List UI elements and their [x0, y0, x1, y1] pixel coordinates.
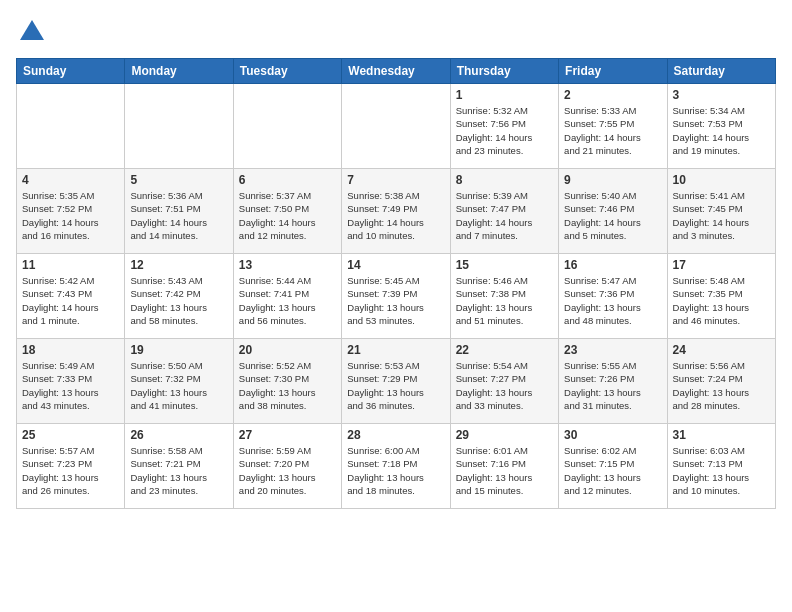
- day-info: Sunrise: 6:00 AM Sunset: 7:18 PM Dayligh…: [347, 444, 444, 497]
- day-number: 7: [347, 173, 444, 187]
- calendar-cell: 11Sunrise: 5:42 AM Sunset: 7:43 PM Dayli…: [17, 254, 125, 339]
- calendar-week-row: 11Sunrise: 5:42 AM Sunset: 7:43 PM Dayli…: [17, 254, 776, 339]
- day-info: Sunrise: 5:35 AM Sunset: 7:52 PM Dayligh…: [22, 189, 119, 242]
- calendar-cell: 7Sunrise: 5:38 AM Sunset: 7:49 PM Daylig…: [342, 169, 450, 254]
- calendar-cell: 13Sunrise: 5:44 AM Sunset: 7:41 PM Dayli…: [233, 254, 341, 339]
- calendar-week-row: 1Sunrise: 5:32 AM Sunset: 7:56 PM Daylig…: [17, 84, 776, 169]
- calendar-cell: 29Sunrise: 6:01 AM Sunset: 7:16 PM Dayli…: [450, 424, 558, 509]
- day-info: Sunrise: 5:41 AM Sunset: 7:45 PM Dayligh…: [673, 189, 770, 242]
- day-number: 29: [456, 428, 553, 442]
- calendar-cell: 1Sunrise: 5:32 AM Sunset: 7:56 PM Daylig…: [450, 84, 558, 169]
- weekday-header-cell: Wednesday: [342, 59, 450, 84]
- day-number: 9: [564, 173, 661, 187]
- day-info: Sunrise: 5:52 AM Sunset: 7:30 PM Dayligh…: [239, 359, 336, 412]
- weekday-header-cell: Sunday: [17, 59, 125, 84]
- day-number: 27: [239, 428, 336, 442]
- day-number: 4: [22, 173, 119, 187]
- calendar-cell: [233, 84, 341, 169]
- day-number: 1: [456, 88, 553, 102]
- day-number: 24: [673, 343, 770, 357]
- day-info: Sunrise: 5:46 AM Sunset: 7:38 PM Dayligh…: [456, 274, 553, 327]
- day-info: Sunrise: 5:44 AM Sunset: 7:41 PM Dayligh…: [239, 274, 336, 327]
- calendar-cell: 5Sunrise: 5:36 AM Sunset: 7:51 PM Daylig…: [125, 169, 233, 254]
- day-number: 25: [22, 428, 119, 442]
- day-info: Sunrise: 5:45 AM Sunset: 7:39 PM Dayligh…: [347, 274, 444, 327]
- weekday-header-cell: Thursday: [450, 59, 558, 84]
- day-number: 31: [673, 428, 770, 442]
- calendar-cell: 18Sunrise: 5:49 AM Sunset: 7:33 PM Dayli…: [17, 339, 125, 424]
- day-number: 21: [347, 343, 444, 357]
- day-info: Sunrise: 5:40 AM Sunset: 7:46 PM Dayligh…: [564, 189, 661, 242]
- calendar-week-row: 25Sunrise: 5:57 AM Sunset: 7:23 PM Dayli…: [17, 424, 776, 509]
- weekday-header-cell: Friday: [559, 59, 667, 84]
- day-info: Sunrise: 6:02 AM Sunset: 7:15 PM Dayligh…: [564, 444, 661, 497]
- day-number: 19: [130, 343, 227, 357]
- day-info: Sunrise: 5:36 AM Sunset: 7:51 PM Dayligh…: [130, 189, 227, 242]
- day-number: 10: [673, 173, 770, 187]
- calendar-cell: 14Sunrise: 5:45 AM Sunset: 7:39 PM Dayli…: [342, 254, 450, 339]
- day-info: Sunrise: 6:01 AM Sunset: 7:16 PM Dayligh…: [456, 444, 553, 497]
- day-number: 20: [239, 343, 336, 357]
- calendar-cell: 10Sunrise: 5:41 AM Sunset: 7:45 PM Dayli…: [667, 169, 775, 254]
- svg-marker-0: [20, 20, 44, 40]
- weekday-header-cell: Monday: [125, 59, 233, 84]
- day-info: Sunrise: 5:38 AM Sunset: 7:49 PM Dayligh…: [347, 189, 444, 242]
- day-info: Sunrise: 5:57 AM Sunset: 7:23 PM Dayligh…: [22, 444, 119, 497]
- day-number: 8: [456, 173, 553, 187]
- calendar-cell: 25Sunrise: 5:57 AM Sunset: 7:23 PM Dayli…: [17, 424, 125, 509]
- day-info: Sunrise: 5:39 AM Sunset: 7:47 PM Dayligh…: [456, 189, 553, 242]
- day-number: 13: [239, 258, 336, 272]
- calendar-cell: 9Sunrise: 5:40 AM Sunset: 7:46 PM Daylig…: [559, 169, 667, 254]
- day-number: 16: [564, 258, 661, 272]
- calendar-cell: 21Sunrise: 5:53 AM Sunset: 7:29 PM Dayli…: [342, 339, 450, 424]
- calendar-cell: 28Sunrise: 6:00 AM Sunset: 7:18 PM Dayli…: [342, 424, 450, 509]
- day-number: 6: [239, 173, 336, 187]
- day-info: Sunrise: 5:50 AM Sunset: 7:32 PM Dayligh…: [130, 359, 227, 412]
- day-number: 15: [456, 258, 553, 272]
- day-number: 22: [456, 343, 553, 357]
- day-number: 14: [347, 258, 444, 272]
- calendar-cell: 6Sunrise: 5:37 AM Sunset: 7:50 PM Daylig…: [233, 169, 341, 254]
- calendar-cell: 19Sunrise: 5:50 AM Sunset: 7:32 PM Dayli…: [125, 339, 233, 424]
- day-info: Sunrise: 5:34 AM Sunset: 7:53 PM Dayligh…: [673, 104, 770, 157]
- calendar-cell: [17, 84, 125, 169]
- calendar-cell: 3Sunrise: 5:34 AM Sunset: 7:53 PM Daylig…: [667, 84, 775, 169]
- day-info: Sunrise: 5:58 AM Sunset: 7:21 PM Dayligh…: [130, 444, 227, 497]
- calendar-cell: 4Sunrise: 5:35 AM Sunset: 7:52 PM Daylig…: [17, 169, 125, 254]
- calendar-cell: 23Sunrise: 5:55 AM Sunset: 7:26 PM Dayli…: [559, 339, 667, 424]
- calendar-cell: 24Sunrise: 5:56 AM Sunset: 7:24 PM Dayli…: [667, 339, 775, 424]
- day-number: 18: [22, 343, 119, 357]
- day-info: Sunrise: 5:59 AM Sunset: 7:20 PM Dayligh…: [239, 444, 336, 497]
- day-info: Sunrise: 5:55 AM Sunset: 7:26 PM Dayligh…: [564, 359, 661, 412]
- logo-icon: [16, 16, 48, 48]
- calendar-cell: 16Sunrise: 5:47 AM Sunset: 7:36 PM Dayli…: [559, 254, 667, 339]
- weekday-header-cell: Saturday: [667, 59, 775, 84]
- calendar-cell: 31Sunrise: 6:03 AM Sunset: 7:13 PM Dayli…: [667, 424, 775, 509]
- calendar-cell: 26Sunrise: 5:58 AM Sunset: 7:21 PM Dayli…: [125, 424, 233, 509]
- day-info: Sunrise: 5:49 AM Sunset: 7:33 PM Dayligh…: [22, 359, 119, 412]
- calendar-cell: 30Sunrise: 6:02 AM Sunset: 7:15 PM Dayli…: [559, 424, 667, 509]
- calendar-cell: 22Sunrise: 5:54 AM Sunset: 7:27 PM Dayli…: [450, 339, 558, 424]
- calendar-cell: 8Sunrise: 5:39 AM Sunset: 7:47 PM Daylig…: [450, 169, 558, 254]
- day-info: Sunrise: 5:48 AM Sunset: 7:35 PM Dayligh…: [673, 274, 770, 327]
- calendar-week-row: 4Sunrise: 5:35 AM Sunset: 7:52 PM Daylig…: [17, 169, 776, 254]
- calendar: SundayMondayTuesdayWednesdayThursdayFrid…: [16, 58, 776, 509]
- calendar-week-row: 18Sunrise: 5:49 AM Sunset: 7:33 PM Dayli…: [17, 339, 776, 424]
- day-info: Sunrise: 5:53 AM Sunset: 7:29 PM Dayligh…: [347, 359, 444, 412]
- day-number: 3: [673, 88, 770, 102]
- day-info: Sunrise: 5:42 AM Sunset: 7:43 PM Dayligh…: [22, 274, 119, 327]
- calendar-cell: [342, 84, 450, 169]
- calendar-cell: 12Sunrise: 5:43 AM Sunset: 7:42 PM Dayli…: [125, 254, 233, 339]
- day-number: 28: [347, 428, 444, 442]
- day-info: Sunrise: 5:47 AM Sunset: 7:36 PM Dayligh…: [564, 274, 661, 327]
- day-number: 5: [130, 173, 227, 187]
- day-info: Sunrise: 5:33 AM Sunset: 7:55 PM Dayligh…: [564, 104, 661, 157]
- day-number: 11: [22, 258, 119, 272]
- calendar-cell: 27Sunrise: 5:59 AM Sunset: 7:20 PM Dayli…: [233, 424, 341, 509]
- calendar-cell: 17Sunrise: 5:48 AM Sunset: 7:35 PM Dayli…: [667, 254, 775, 339]
- day-info: Sunrise: 5:32 AM Sunset: 7:56 PM Dayligh…: [456, 104, 553, 157]
- calendar-cell: 20Sunrise: 5:52 AM Sunset: 7:30 PM Dayli…: [233, 339, 341, 424]
- day-number: 17: [673, 258, 770, 272]
- day-number: 12: [130, 258, 227, 272]
- day-info: Sunrise: 6:03 AM Sunset: 7:13 PM Dayligh…: [673, 444, 770, 497]
